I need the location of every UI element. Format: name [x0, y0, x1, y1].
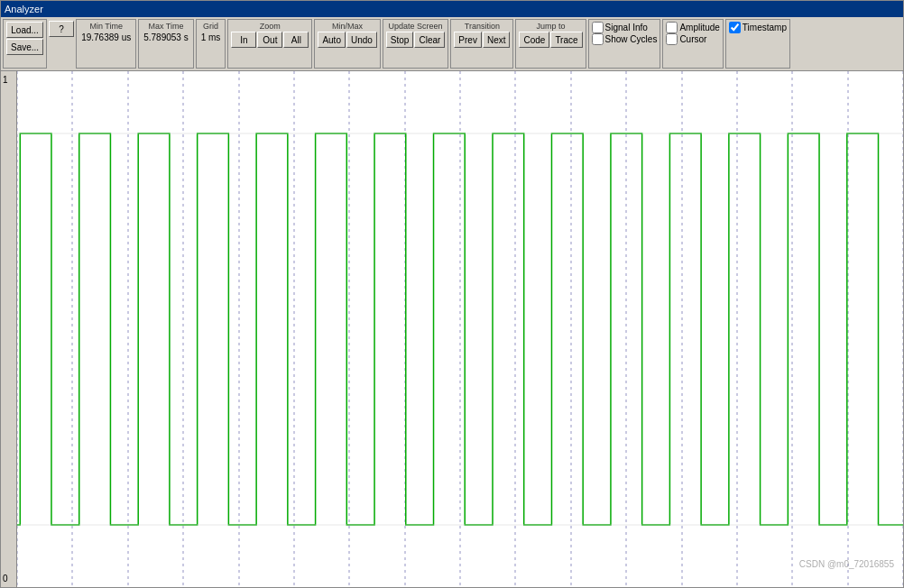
show-cycles-row: Show Cycles — [592, 33, 658, 45]
zoom-in-button[interactable]: In — [231, 32, 256, 48]
minmax-auto-button[interactable]: Auto — [318, 32, 346, 48]
cursor-label: Cursor — [679, 34, 706, 44]
jump-to-group: Jump to Code Trace — [515, 19, 586, 69]
signal-info-checkbox[interactable] — [592, 22, 604, 33]
signal-info-group: Signal Info Show Cycles — [588, 19, 661, 69]
transition-label: Transition — [454, 22, 510, 31]
jump-code-button[interactable]: Code — [519, 32, 549, 48]
timestamp-checkbox[interactable] — [729, 22, 741, 33]
min-time-value: 19.76389 us — [79, 32, 133, 43]
timestamp-group: Timestamp — [725, 19, 790, 69]
zoom-label: Zoom — [231, 22, 309, 31]
signal-low-label: 0 — [3, 574, 14, 583]
signal-area: 1 0 CSDN @m0_72016855 — [1, 71, 903, 587]
watermark: CSDN @m0_72016855 — [799, 559, 894, 569]
transition-group: Transition Prev Next — [450, 19, 513, 69]
min-time-group: Min Time 19.76389 us — [76, 19, 136, 69]
app-title: Analyzer — [5, 4, 43, 14]
signal-canvas — [17, 71, 903, 587]
load-save-group: Load... Save... — [3, 19, 47, 69]
grid-label: Grid — [199, 22, 223, 31]
amplitude-label: Amplitude — [679, 23, 719, 32]
timestamp-row: Timestamp — [729, 22, 787, 33]
amplitude-group: Amplitude Cursor — [662, 19, 723, 69]
minmax-undo-button[interactable]: Undo — [346, 32, 377, 48]
amplitude-row: Amplitude — [666, 22, 719, 33]
show-cycles-checkbox[interactable] — [592, 33, 604, 45]
signal-high-label: 1 — [3, 75, 14, 85]
save-button[interactable]: Save... — [6, 39, 43, 55]
zoom-group: Zoom In Out All — [227, 19, 312, 69]
load-button[interactable]: Load... — [6, 22, 43, 38]
app-window: Analyzer Load... Save... ? Min Time 19.7… — [0, 0, 904, 588]
signal-labels: 1 0 — [1, 71, 17, 587]
grid-value: 1 ms — [199, 32, 223, 43]
max-time-group: Max Time 5.789053 s — [138, 19, 194, 69]
grid-group: Grid 1 ms — [196, 19, 226, 69]
zoom-all-button[interactable]: All — [283, 32, 309, 48]
update-screen-label: Update Screen — [386, 22, 445, 31]
main-content: 1 0 CSDN @m0_72016855 — [1, 71, 903, 587]
cursor-row: Cursor — [666, 33, 706, 45]
cursor-checkbox[interactable] — [666, 33, 678, 45]
jump-trace-button[interactable]: Trace — [550, 32, 582, 48]
timestamp-label: Timestamp — [743, 23, 787, 32]
amplitude-checkbox[interactable] — [666, 22, 678, 33]
toolbar: Load... Save... ? Min Time 19.76389 us M… — [1, 17, 903, 71]
title-bar: Analyzer — [1, 1, 903, 17]
signal-canvas-area[interactable]: CSDN @m0_72016855 — [17, 71, 903, 587]
update-stop-button[interactable]: Stop — [386, 32, 414, 48]
max-time-label: Max Time — [142, 22, 190, 31]
signal-info-row: Signal Info — [592, 22, 648, 33]
update-clear-button[interactable]: Clear — [414, 32, 445, 48]
trans-next-button[interactable]: Next — [483, 32, 511, 48]
max-time-value: 5.789053 s — [142, 32, 190, 43]
minmax-label: Min/Max — [318, 22, 376, 31]
signal-info-label: Signal Info — [605, 23, 648, 32]
show-cycles-label: Show Cycles — [605, 34, 658, 44]
zoom-out-button[interactable]: Out — [257, 32, 282, 48]
min-time-label: Min Time — [79, 22, 133, 31]
minmax-group: Min/Max Auto Undo — [314, 19, 380, 69]
help-button[interactable]: ? — [49, 21, 74, 37]
update-screen-group: Update Screen Stop Clear — [383, 19, 448, 69]
trans-prev-button[interactable]: Prev — [454, 32, 482, 48]
jump-to-label: Jump to — [519, 22, 582, 31]
